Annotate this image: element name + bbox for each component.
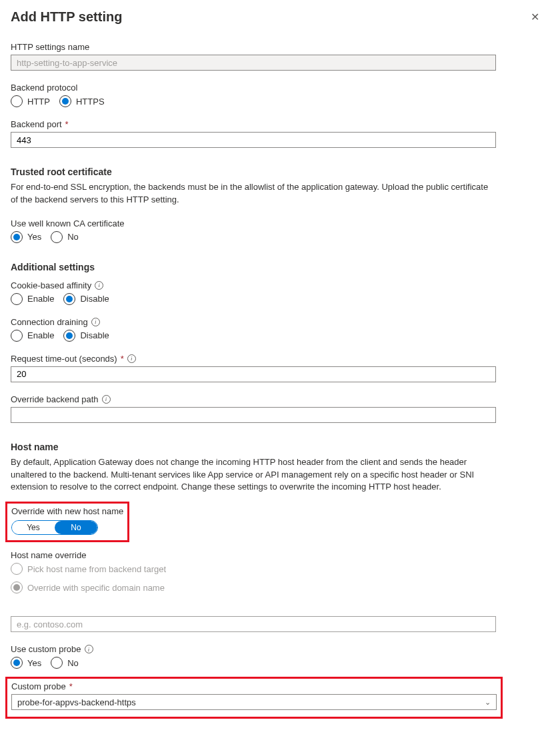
info-icon[interactable]: i (102, 395, 111, 404)
radio-label: Disable (80, 330, 109, 340)
trusted-root-heading: Trusted root certificate (11, 167, 543, 177)
use-custom-probe-no-radio[interactable]: No (51, 657, 79, 669)
host-override-label: Host name override (11, 550, 543, 560)
cookie-affinity-label: Cookie-based affinity i (11, 280, 543, 290)
info-icon[interactable]: i (127, 354, 136, 363)
radio-icon (63, 293, 75, 305)
override-path-input[interactable] (11, 407, 496, 423)
use-custom-probe-yes-radio[interactable]: Yes (11, 657, 41, 669)
request-timeout-input[interactable] (11, 366, 496, 382)
radio-label: Yes (27, 658, 41, 668)
info-icon[interactable]: i (85, 645, 93, 653)
radio-label: HTTP (27, 97, 50, 107)
host-name-desc: By default, Application Gateway does not… (11, 456, 496, 494)
connection-draining-enable-radio[interactable]: Enable (11, 330, 54, 342)
toggle-yes[interactable]: Yes (12, 521, 55, 534)
cookie-affinity-disable-radio[interactable]: Disable (63, 293, 109, 305)
radio-label: Override with specific domain name (27, 583, 165, 593)
radio-icon (59, 95, 71, 107)
radio-label: Disable (80, 294, 109, 304)
info-icon[interactable]: i (91, 318, 100, 326)
select-value: probe-for-appvs-backend-https (17, 697, 136, 707)
chevron-down-icon: ⌄ (485, 698, 491, 707)
custom-probe-select[interactable]: probe-for-appvs-backend-https ⌄ (11, 694, 497, 710)
trusted-root-desc: For end-to-end SSL encryption, the backe… (11, 181, 496, 206)
toggle-no[interactable]: No (55, 521, 97, 534)
backend-protocol-label: Backend protocol (11, 83, 543, 93)
radio-label: No (67, 658, 79, 668)
backend-port-label: Backend port* (11, 119, 543, 129)
custom-probe-label: Custom probe* (11, 681, 497, 691)
page-title: Add HTTP setting (11, 9, 122, 25)
radio-label: HTTPS (76, 97, 105, 107)
host-name-heading: Host name (11, 442, 543, 452)
connection-draining-disable-radio[interactable]: Disable (63, 330, 109, 342)
required-mark: * (65, 119, 69, 129)
http-settings-name-input[interactable] (11, 55, 496, 71)
backend-protocol-https-radio[interactable]: HTTPS (59, 95, 105, 107)
highlight-override-hostname: Override with new host name Yes No (5, 502, 129, 542)
override-hostname-label: Override with new host name (11, 506, 123, 516)
radio-icon (51, 231, 63, 243)
highlight-custom-probe: Custom probe* probe-for-appvs-backend-ht… (5, 677, 503, 719)
additional-settings-heading: Additional settings (11, 262, 543, 272)
required-mark: * (69, 681, 73, 691)
use-custom-probe-label: Use custom probe i (11, 644, 543, 654)
radio-label: Pick host name from backend target (27, 564, 166, 574)
radio-label: Enable (27, 294, 54, 304)
radio-icon (51, 657, 63, 669)
ca-cert-label: Use well known CA certificate (11, 218, 543, 228)
backend-protocol-http-radio[interactable]: HTTP (11, 95, 50, 107)
domain-name-input: e.g. contoso.com (11, 616, 496, 632)
specific-domain-radio: Override with specific domain name (11, 581, 543, 593)
http-settings-name-label: HTTP settings name (11, 42, 543, 52)
required-mark: * (121, 354, 124, 364)
pick-from-backend-radio: Pick host name from backend target (11, 563, 543, 575)
radio-icon (11, 581, 23, 593)
request-timeout-label: Request time-out (seconds)* i (11, 354, 543, 364)
radio-icon (11, 293, 23, 305)
backend-port-input[interactable] (11, 132, 496, 148)
radio-label: Yes (27, 232, 41, 242)
radio-label: No (67, 232, 79, 242)
radio-icon (11, 95, 23, 107)
connection-draining-label: Connection draining i (11, 317, 543, 327)
radio-icon (11, 330, 23, 342)
close-icon[interactable]: ✕ (527, 9, 543, 25)
radio-label: Enable (27, 330, 54, 340)
radio-icon (11, 657, 23, 669)
override-path-label: Override backend path i (11, 394, 543, 404)
radio-icon (63, 330, 75, 342)
cookie-affinity-enable-radio[interactable]: Enable (11, 293, 54, 305)
radio-icon (11, 231, 23, 243)
radio-icon (11, 563, 23, 575)
override-hostname-toggle[interactable]: Yes No (11, 520, 98, 535)
info-icon[interactable]: i (95, 281, 103, 290)
ca-cert-no-radio[interactable]: No (51, 231, 79, 243)
ca-cert-yes-radio[interactable]: Yes (11, 231, 41, 243)
